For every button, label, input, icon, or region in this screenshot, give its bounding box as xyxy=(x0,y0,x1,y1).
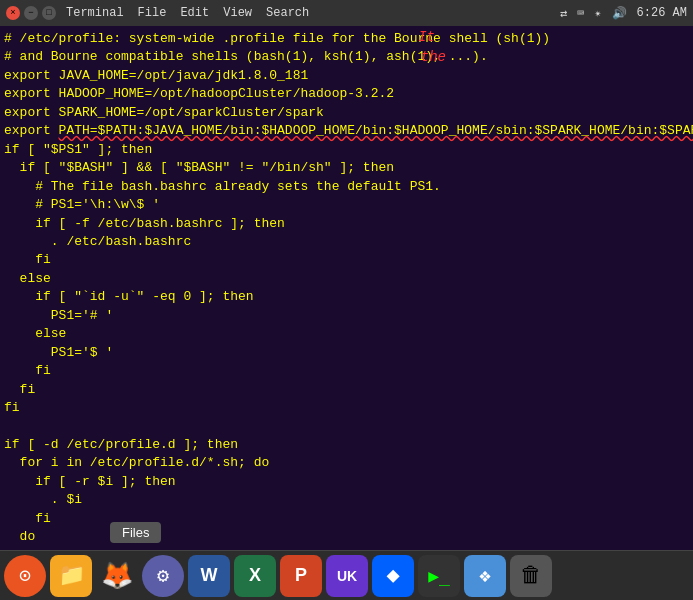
excel-icon[interactable]: X xyxy=(234,555,276,597)
maximize-button[interactable]: □ xyxy=(42,6,56,20)
dropbox-logo: ◆ xyxy=(386,562,399,589)
menu-bar: Terminal File Edit View Search xyxy=(66,6,309,20)
volume-icon: 🔊 xyxy=(612,6,627,21)
trash-icon[interactable]: 🗑 xyxy=(510,555,552,597)
word-logo: W xyxy=(201,565,218,586)
ubuntu-logo: ⊙ xyxy=(19,563,31,588)
excel-logo: X xyxy=(249,565,261,586)
terminal-window[interactable]: # /etc/profile: system-wide .profile fil… xyxy=(0,26,693,560)
close-button[interactable]: × xyxy=(6,6,20,20)
files-tooltip: Files xyxy=(110,522,161,543)
ubuntu-icon[interactable]: ⊙ xyxy=(4,555,46,597)
window-controls[interactable]: × − □ xyxy=(6,6,56,20)
trash-logo: 🗑 xyxy=(520,562,542,589)
terminal-logo: ▶_ xyxy=(428,565,450,586)
files-folder-icon: 📁 xyxy=(58,562,85,589)
keyboard-icon: ⌨ xyxy=(577,6,584,21)
menu-view[interactable]: View xyxy=(223,6,252,20)
terminal-content: # /etc/profile: system-wide .profile fil… xyxy=(4,30,689,560)
dropbox-icon[interactable]: ◆ xyxy=(372,555,414,597)
uk-logo: UK xyxy=(337,568,357,584)
files-icon[interactable]: 📁 Files xyxy=(50,555,92,597)
powerpoint-icon[interactable]: P xyxy=(280,555,322,597)
menu-file[interactable]: File xyxy=(138,6,167,20)
ppt-logo: P xyxy=(295,565,307,586)
minimize-button[interactable]: − xyxy=(24,6,38,20)
bluetooth-icon: ✴ xyxy=(594,6,601,21)
menu-terminal[interactable]: Terminal xyxy=(66,6,124,20)
menu-edit[interactable]: Edit xyxy=(180,6,209,20)
titlebar-right: ⇄ ⌨ ✴ 🔊 6:26 AM xyxy=(560,6,687,21)
word-icon[interactable]: W xyxy=(188,555,230,597)
titlebar: × − □ Terminal File Edit View Search ⇄ ⌨… xyxy=(0,0,693,26)
settings-icon[interactable]: ⚙ xyxy=(142,555,184,597)
software-logo: ❖ xyxy=(479,563,491,588)
uk-store-icon[interactable]: UK xyxy=(326,555,368,597)
software-icon[interactable]: ❖ xyxy=(464,555,506,597)
menu-search[interactable]: Search xyxy=(266,6,309,20)
gear-icon: ⚙ xyxy=(157,563,169,588)
network-icon: ⇄ xyxy=(560,6,567,21)
terminal-taskbar-icon[interactable]: ▶_ xyxy=(418,555,460,597)
clock: 6:26 AM xyxy=(637,6,687,20)
firefox-icon[interactable]: 🦊 xyxy=(96,555,138,597)
firefox-logo: 🦊 xyxy=(101,560,133,592)
taskbar: ⊙ 📁 Files 🦊 ⚙ W X P UK ◆ ▶_ ❖ 🗑 xyxy=(0,550,693,600)
